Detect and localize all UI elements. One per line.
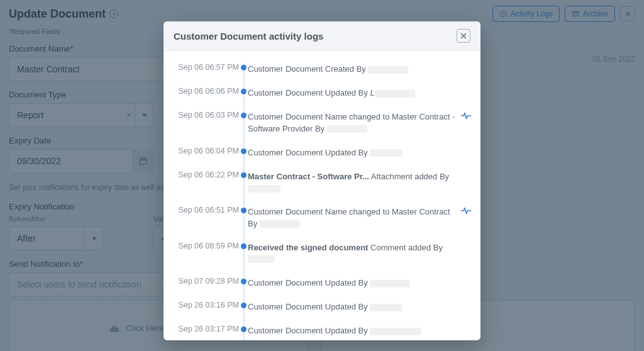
modal-header: Customer Document activity logs bbox=[164, 21, 480, 51]
modal-title: Customer Document activity logs bbox=[174, 31, 323, 42]
timeline-timestamp: Sep 07 09:28 PM bbox=[175, 277, 239, 286]
timeline-text: Master Contract - Software Pr... Attachm… bbox=[248, 171, 469, 194]
timeline-line bbox=[243, 64, 245, 340]
redacted-name bbox=[370, 304, 402, 311]
timeline-item: Sep 26 03:16 PMCustomer Document Updated… bbox=[248, 298, 469, 321]
modal-close-button[interactable] bbox=[457, 29, 470, 43]
timeline-item: Sep 06 06:22 PMMaster Contract - Softwar… bbox=[248, 167, 469, 203]
timeline-text: Customer Document Created By bbox=[248, 64, 421, 75]
timeline-timestamp: Sep 26 03:16 PM bbox=[175, 301, 239, 309]
timeline-timestamp: Sep 06 08:59 PM bbox=[175, 242, 239, 250]
timeline: Sep 06 06:57 PMCustomer Document Created… bbox=[175, 60, 469, 340]
redacted-name bbox=[370, 328, 421, 335]
activity-spark-icon bbox=[460, 206, 472, 218]
timeline-dot-icon bbox=[241, 148, 247, 154]
modal-overlay: Customer Document activity logs Sep 06 0… bbox=[0, 0, 644, 351]
timeline-text: Customer Document Updated By bbox=[248, 277, 423, 289]
redacted-name bbox=[368, 66, 408, 74]
close-icon bbox=[460, 33, 467, 39]
timeline-text: Received the signed document Comment add… bbox=[248, 242, 469, 265]
timeline-item: Sep 06 06:51 PMCustomer Document Name ch… bbox=[248, 203, 469, 238]
timeline-dot-icon bbox=[241, 65, 247, 70]
timeline-item: Sep 07 09:28 PMCustomer Document Updated… bbox=[248, 274, 469, 298]
timeline-dot-icon bbox=[241, 89, 247, 94]
timeline-text: Customer Document Updated By bbox=[248, 325, 434, 337]
timeline-timestamp: Sep 06 06:51 PM bbox=[175, 206, 239, 214]
timeline-timestamp: Sep 06 06:04 PM bbox=[175, 147, 239, 155]
timeline-item: Sep 06 08:59 PMReceived the signed docum… bbox=[248, 238, 469, 274]
timeline-dot-icon bbox=[241, 243, 247, 249]
timeline-dot-icon bbox=[241, 279, 247, 284]
timeline-text: Customer Document Name changed to Master… bbox=[248, 111, 469, 134]
timeline-dot-icon bbox=[241, 172, 247, 178]
modal-body: Sep 06 06:57 PMCustomer Document Created… bbox=[164, 51, 480, 340]
redacted-name bbox=[370, 149, 402, 157]
timeline-dot-icon bbox=[241, 303, 247, 308]
timeline-dot-icon bbox=[241, 113, 247, 118]
timeline-text: Customer Document Updated By bbox=[248, 301, 415, 313]
timeline-item: Sep 26 03:17 PMCustomer Document Updated… bbox=[248, 321, 469, 340]
timeline-item: Sep 06 06:06 PMCustomer Document Updated… bbox=[248, 84, 469, 108]
activity-log-modal: Customer Document activity logs Sep 06 0… bbox=[164, 21, 480, 340]
timeline-item: Sep 06 06:03 PMCustomer Document Name ch… bbox=[248, 108, 469, 143]
timeline-timestamp: Sep 06 06:06 PM bbox=[175, 87, 239, 96]
redacted-name bbox=[370, 280, 410, 287]
timeline-timestamp: Sep 26 03:17 PM bbox=[175, 325, 239, 333]
timeline-timestamp: Sep 06 06:22 PM bbox=[175, 170, 239, 179]
redacted-name bbox=[248, 255, 274, 263]
timeline-timestamp: Sep 06 06:57 PM bbox=[175, 63, 239, 72]
timeline-item: Sep 06 06:04 PMCustomer Document Updated… bbox=[248, 143, 469, 167]
redacted-name bbox=[327, 125, 367, 133]
timeline-text: Customer Document Name changed to Master… bbox=[248, 206, 469, 229]
redacted-name bbox=[375, 90, 415, 98]
activity-spark-icon bbox=[460, 111, 472, 123]
timeline-text: Customer Document Updated By L bbox=[248, 87, 428, 99]
redacted-name bbox=[248, 185, 280, 192]
timeline-dot-icon bbox=[241, 326, 247, 332]
timeline-item: Sep 06 06:57 PMCustomer Document Created… bbox=[248, 60, 469, 84]
timeline-dot-icon bbox=[241, 208, 247, 213]
timeline-timestamp: Sep 06 06:03 PM bbox=[175, 111, 239, 120]
redacted-name bbox=[260, 220, 300, 228]
timeline-text: Customer Document Updated By bbox=[248, 147, 415, 159]
